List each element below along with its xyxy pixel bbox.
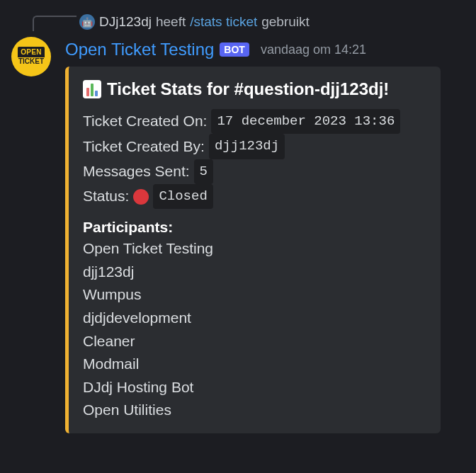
created-by-label: Ticket Created By: [83, 135, 205, 159]
avatar-text-bottom: TICKET [16, 57, 46, 67]
reply-spine [33, 16, 76, 31]
reply-context[interactable]: 🤖 DJj123dj heeft /stats ticket gebruikt [79, 11, 465, 33]
participant-item: Wumpus [83, 283, 426, 307]
status-label: Status: [83, 184, 129, 209]
embed-title: Ticket Stats for #question-djj123dj! [83, 79, 426, 99]
reply-suffix: gebruikt [261, 14, 310, 30]
avatar-text-top: OPEN [18, 47, 45, 57]
message-header: Open Ticket Testing BOT vandaag om 14:21 [65, 40, 465, 59]
field-created-on: Ticket Created On: 17 december 2023 13:3… [83, 109, 426, 134]
participant-item: djj123dj [83, 261, 426, 284]
bot-username[interactable]: Open Ticket Testing [65, 40, 214, 59]
reply-command[interactable]: /stats ticket [190, 14, 257, 30]
participants-list: Open Ticket Testingdjj123djWumpusdjdjdev… [83, 237, 426, 421]
bar-chart-icon [83, 80, 101, 98]
participant-item: djdjdevelopment [83, 307, 426, 330]
reply-avatar: 🤖 [79, 14, 95, 30]
participant-item: Open Utilities [83, 399, 426, 422]
bot-avatar[interactable]: OPEN TICKET [11, 37, 51, 76]
messages-value: 5 [194, 159, 213, 184]
participant-item: Cleaner [83, 330, 426, 353]
created-on-label: Ticket Created On: [83, 109, 207, 134]
participants-header: Participants: [83, 219, 426, 236]
status-value: Closed [153, 184, 212, 209]
messages-label: Messages Sent: [83, 159, 190, 184]
field-status: Status: Closed [83, 184, 426, 209]
created-by-value: djj123dj [209, 134, 285, 159]
field-created-by: Ticket Created By: djj123dj [83, 134, 426, 159]
discord-message: 🤖 DJj123dj heeft /stats ticket gebruikt … [0, 0, 476, 433]
participant-item: Open Ticket Testing [83, 237, 426, 261]
field-messages: Messages Sent: 5 [83, 159, 426, 184]
participant-item: Modmail [83, 353, 426, 376]
embed-card: Ticket Stats for #question-djj123dj! Tic… [65, 67, 441, 433]
created-on-value: 17 december 2023 13:36 [211, 109, 400, 134]
red-circle-icon [133, 189, 149, 205]
bot-tag: BOT [220, 42, 249, 57]
reply-username[interactable]: DJj123dj [99, 14, 152, 30]
message-timestamp: vandaag om 14:21 [261, 42, 366, 57]
participant-item: DJdj Hosting Bot [83, 376, 426, 399]
reply-verb: heeft [156, 14, 186, 30]
embed-title-text: Ticket Stats for #question-djj123dj! [107, 79, 389, 99]
